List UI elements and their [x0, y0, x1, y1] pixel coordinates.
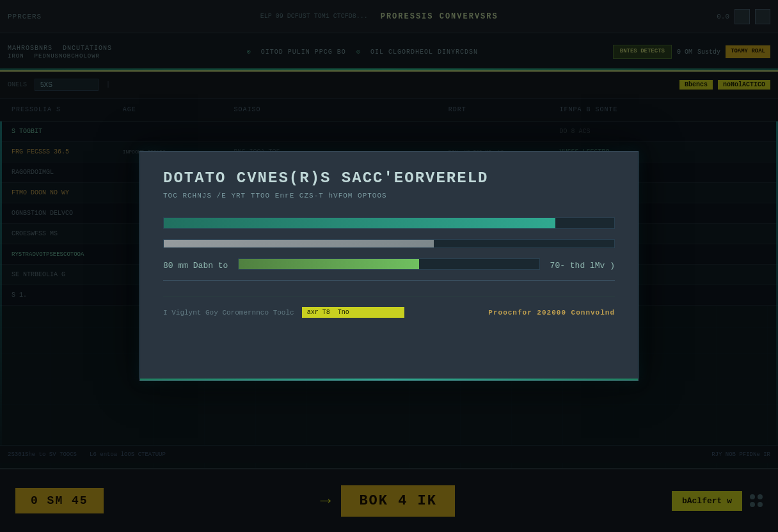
progress-left-label: 80 mm Dabn to: [163, 261, 228, 270]
modal-dialog: DOtaTo CVnes(r)s Sacc'eorvereld TOC RCHN…: [139, 151, 639, 381]
progress-bar-green: [238, 258, 539, 270]
modal-footer-left: I Viglynt Goy Coromernnco Toolc: [163, 307, 404, 318]
modal-title: DOtaTo CVnes(r)s Sacc'eorvereld: [163, 169, 615, 187]
modal-footer-right: Proocnfor 202000 Connvolnd: [488, 309, 615, 317]
footer-label: I Viglynt Goy Coromernnco Toolc: [163, 309, 294, 317]
progress-bar-sub: [163, 239, 615, 248]
modal-bottom-accent: [140, 379, 638, 380]
modal-subtitle: TOC RCHNJS /E YRT TTOO EnrE CZS-T hVFOM …: [163, 192, 615, 199]
processor-label: Proocnfor 202000 Connvolnd: [488, 309, 615, 317]
progress-fill-teal: [164, 218, 555, 228]
modal-footer: I Viglynt Goy Coromernnco Toolc Proocnfo…: [163, 296, 615, 318]
modal-overlay[interactable]: DOtaTo CVnes(r)s Sacc'eorvereld TOC RCHN…: [0, 0, 778, 532]
progress-right-label: 70- thd lMv ): [550, 261, 615, 270]
progress-section-2: [163, 239, 615, 248]
progress-fill-light: [164, 240, 434, 247]
progress-bar-main: [163, 217, 615, 229]
modal-divider: [163, 280, 615, 281]
progress-section: [163, 217, 615, 229]
progress-labels: 80 mm Dabn to 70- thd lMv ): [163, 258, 615, 272]
footer-input[interactable]: [302, 307, 404, 318]
progress-fill-green: [239, 259, 418, 269]
